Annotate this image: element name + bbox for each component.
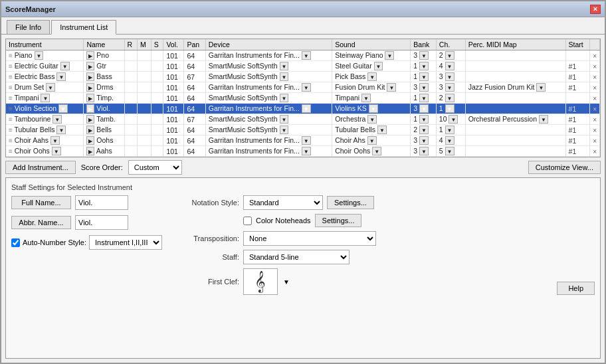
- cell-r: [124, 136, 137, 146]
- table-row[interactable]: ≡ Tambourine ▼ ▶ Tamb. 101 67 SmartMusic…: [6, 114, 600, 125]
- cell-x[interactable]: ×: [590, 114, 600, 125]
- cell-m: [137, 125, 151, 136]
- staff-row: Staff: Standard 5-line 1-line 2-line 4-l…: [173, 250, 595, 264]
- cell-x[interactable]: ×: [590, 136, 600, 146]
- abbr-name-button[interactable]: Abbr. Name...: [11, 216, 71, 229]
- cell-start: #1: [565, 136, 590, 146]
- cell-x[interactable]: ×: [590, 104, 600, 114]
- cell-instrument: ≡ Tubular Bells ▼: [6, 125, 84, 136]
- cell-sound: Violins KS ▼: [332, 104, 411, 114]
- cell-perc-midi: Jazz Fusion Drum Kit ▼: [465, 82, 565, 93]
- instrument-table-wrap[interactable]: Instrument Name R M S Vol. Pan Device So…: [5, 39, 601, 157]
- cell-r: [124, 125, 137, 136]
- cell-bank: 3 ▼: [411, 82, 436, 93]
- cell-sound: Orchestra ▼: [332, 114, 411, 125]
- cell-instrument: ≡ Electric Bass ▼: [6, 72, 84, 82]
- score-order-select[interactable]: Custom Standard Jazz Band Orchestral: [128, 160, 182, 175]
- table-row[interactable]: ≡ Choir Aahs ▼ ▶ Oohs 101 64 Garritan In…: [6, 136, 600, 146]
- table-row[interactable]: ≡ Timpani ▼ ▶ Timp. 101 64 SmartMusic So…: [6, 93, 600, 104]
- title-bar: ScoreManager ✕: [1, 1, 605, 17]
- cell-x[interactable]: ×: [590, 146, 600, 157]
- col-ch: Ch.: [436, 39, 465, 50]
- table-row[interactable]: ≡ Choir Oohs ▼ ▶ Aahs 101 64 Garritan In…: [6, 146, 600, 157]
- cell-instrument: ≡ Choir Aahs ▼: [6, 136, 84, 146]
- cell-m: [137, 104, 151, 114]
- col-m: M: [137, 39, 151, 50]
- cell-r: [124, 93, 137, 104]
- tab-file-info[interactable]: File Info: [7, 20, 50, 34]
- col-pan: Pan: [184, 39, 205, 50]
- cell-vol: 101: [163, 114, 184, 125]
- table-row[interactable]: ≡ Violin Section ▼ ▶ Viol. 101 64 Garrit…: [6, 104, 600, 114]
- auto-number-checkbox[interactable]: [11, 238, 20, 247]
- cell-name: ▶ Timp.: [84, 93, 124, 104]
- cell-m: [137, 136, 151, 146]
- table-row[interactable]: ≡ Drum Set ▼ ▶ Drms 101 64 Garritan Inst…: [6, 82, 600, 93]
- cell-x[interactable]: ×: [590, 50, 600, 61]
- cell-ch: 2 ▼: [436, 93, 465, 104]
- cell-x[interactable]: ×: [590, 125, 600, 136]
- cell-vol: 101: [163, 125, 184, 136]
- col-r: R: [124, 39, 137, 50]
- cell-ch: 3 ▼: [436, 72, 465, 82]
- clef-box[interactable]: 𝄞: [243, 268, 278, 295]
- cell-x[interactable]: ×: [590, 61, 600, 72]
- staff-left: Full Name... Abbr. Name... Auto-Number S…: [11, 195, 162, 295]
- tab-instrument-list[interactable]: Instrument List: [51, 20, 116, 35]
- cell-bank: 1 ▼: [411, 72, 436, 82]
- cell-vol: 101: [163, 93, 184, 104]
- notation-settings-button[interactable]: Settings...: [327, 196, 374, 209]
- cell-ch: 4 ▼: [436, 61, 465, 72]
- cell-device: SmartMusic SoftSynth ▼: [205, 114, 332, 125]
- customize-view-button[interactable]: Customize View...: [528, 161, 601, 174]
- cell-bank: 3 ▼: [411, 146, 436, 157]
- cell-vol: 101: [163, 50, 184, 61]
- auto-number-select[interactable]: Instrument I,II,III Instrument 1,2,3 Non…: [89, 235, 162, 250]
- cell-pan: 67: [184, 114, 205, 125]
- notation-style-select[interactable]: Standard Tab Percussion: [243, 195, 323, 210]
- score-order-label: Score Order:: [81, 163, 123, 171]
- add-instrument-button[interactable]: Add Instrument...: [5, 161, 76, 174]
- cell-m: [137, 72, 151, 82]
- staff-select[interactable]: Standard 5-line 1-line 2-line 4-line: [243, 250, 350, 264]
- cell-x[interactable]: ×: [590, 93, 600, 104]
- cell-ch: 1 ▼: [436, 125, 465, 136]
- full-name-input[interactable]: [75, 195, 128, 210]
- auto-number-row: Auto-Number Style: Instrument I,II,III I…: [11, 235, 162, 250]
- cell-bank: 3 ▼: [411, 104, 436, 114]
- transposition-select[interactable]: None Up Major 2nd Down Major 2nd: [243, 231, 376, 246]
- color-noteheads-checkbox[interactable]: [243, 217, 252, 225]
- cell-s: [151, 61, 163, 72]
- cell-r: [124, 50, 137, 61]
- table-row[interactable]: ≡ Electric Bass ▼ ▶ Bass 101 67 SmartMus…: [6, 72, 600, 82]
- cell-x[interactable]: ×: [590, 72, 600, 82]
- table-row[interactable]: ≡ Electric Guitar ▼ ▶ Gtr 101 64 SmartMu…: [6, 61, 600, 72]
- cell-start: #1: [565, 114, 590, 125]
- full-name-button[interactable]: Full Name...: [11, 196, 71, 209]
- cell-start: #1: [565, 146, 590, 157]
- instrument-table: Instrument Name R M S Vol. Pan Device So…: [6, 39, 600, 157]
- cell-start: [565, 50, 590, 61]
- clef-dropdown-arrow[interactable]: ▼: [283, 278, 290, 286]
- staff-settings: Staff Settings for Selected Instrument F…: [5, 177, 601, 359]
- cell-x[interactable]: ×: [590, 82, 600, 93]
- cell-perc-midi: [465, 93, 565, 104]
- cell-instrument: ≡ Choir Oohs ▼: [6, 146, 84, 157]
- table-row[interactable]: ≡ Piano ▼ ▶ Pno 101 64 Garritan Instrume…: [6, 50, 600, 61]
- color-settings-button[interactable]: Settings...: [315, 214, 362, 227]
- close-button[interactable]: ✕: [590, 5, 601, 14]
- staff-right: Notation Style: Standard Tab Percussion …: [173, 195, 595, 295]
- cell-device: Garritan Instruments for Fin... ▼: [205, 136, 332, 146]
- table-row[interactable]: ≡ Tubular Bells ▼ ▶ Bells 101 64 SmartMu…: [6, 125, 600, 136]
- score-manager-window: ScoreManager ✕ File Info Instrument List…: [0, 0, 606, 364]
- clef-symbol: 𝄞: [254, 271, 266, 293]
- cell-perc-midi: [465, 136, 565, 146]
- cell-s: [151, 146, 163, 157]
- abbr-name-input[interactable]: [75, 215, 128, 230]
- col-vol: Vol.: [163, 39, 184, 50]
- help-button[interactable]: Help: [557, 282, 595, 295]
- cell-ch: 2 ▼: [436, 50, 465, 61]
- col-perc-midi: Perc. MIDI Map: [465, 39, 565, 50]
- cell-pan: 64: [184, 93, 205, 104]
- cell-name: ▶ Bass: [84, 72, 124, 82]
